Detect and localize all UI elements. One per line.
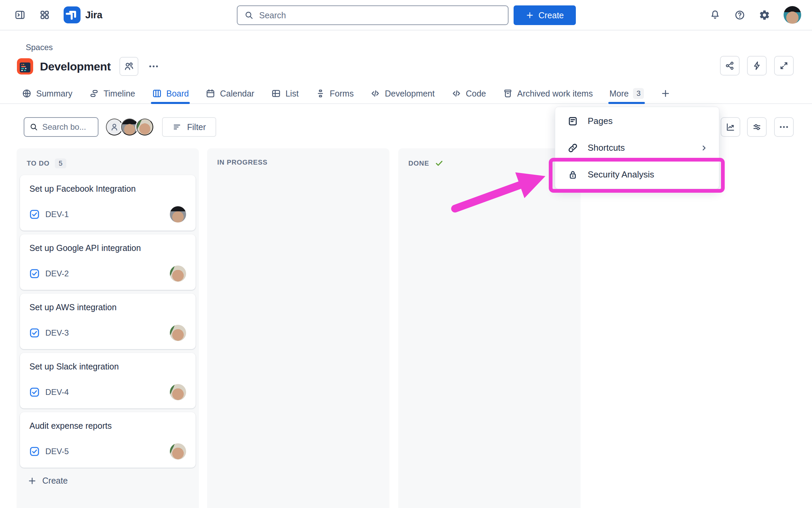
fullscreen-button[interactable]	[774, 56, 794, 76]
tab-timeline[interactable]: Timeline	[89, 84, 135, 103]
calendar-icon	[205, 88, 216, 99]
card-dev-3[interactable]: Set up AWS integration DEV-3	[20, 294, 196, 349]
tab-list[interactable]: List	[271, 84, 299, 103]
create-button[interactable]: Create	[514, 5, 576, 25]
person-icon	[109, 122, 119, 132]
task-checkbox-icon	[29, 269, 40, 279]
project-logo	[17, 58, 33, 75]
insights-icon	[725, 122, 736, 132]
jira-logo	[64, 6, 81, 23]
add-tab-button[interactable]	[660, 84, 671, 103]
task-checkbox-icon	[29, 328, 40, 338]
settings-button[interactable]	[759, 9, 770, 21]
board-more-button[interactable]	[774, 117, 794, 137]
jira-home-link[interactable]: Jira	[64, 6, 102, 23]
tab-development[interactable]: Development	[370, 84, 434, 103]
forms-icon	[315, 88, 325, 99]
card-dev-1[interactable]: Set up Facebook Integration DEV-1	[20, 175, 196, 231]
assignee-avatar[interactable]	[170, 384, 186, 400]
tab-more[interactable]: More 3	[609, 84, 644, 103]
menu-item-shortcuts[interactable]: Shortcuts	[555, 134, 719, 161]
sidebar-toggle-button[interactable]	[14, 9, 26, 21]
plus-icon	[660, 88, 671, 99]
board-toolbar: Search bo... Filter	[24, 117, 216, 137]
ellipsis-icon	[779, 122, 789, 132]
notifications-button[interactable]	[709, 9, 721, 21]
card-key: DEV-1	[45, 210, 69, 219]
column-header: DONE	[398, 148, 581, 175]
expand-icon	[779, 61, 789, 71]
column-count-badge: 5	[55, 158, 66, 168]
assignee-avatar[interactable]	[170, 266, 186, 282]
tab-archived-work-items[interactable]: Archived work items	[503, 84, 593, 103]
plus-icon	[27, 476, 37, 486]
card-key: DEV-3	[45, 328, 69, 338]
table-icon	[271, 88, 281, 99]
tab-code[interactable]: Code	[451, 84, 486, 103]
link-icon	[567, 143, 578, 153]
assignee-avatar[interactable]	[170, 325, 186, 341]
filter-icon	[172, 122, 182, 132]
insights-button[interactable]	[721, 117, 740, 137]
board-search[interactable]: Search bo...	[24, 117, 98, 137]
project-more-button[interactable]	[148, 61, 159, 72]
tab-forms[interactable]: Forms	[315, 84, 354, 103]
column-header: IN PROGRESS	[207, 148, 389, 173]
card-dev-2[interactable]: Set up Google API integration DEV-2	[20, 234, 196, 290]
automation-button[interactable]	[747, 56, 767, 76]
timeline-icon	[89, 88, 99, 99]
task-checkbox-icon	[29, 209, 40, 219]
tab-board[interactable]: Board	[152, 84, 189, 103]
plus-icon	[525, 11, 534, 20]
tab-summary[interactable]: Summary	[22, 84, 72, 103]
assignee-avatar[interactable]	[170, 206, 186, 223]
app-switcher-icon	[39, 9, 50, 20]
app-switcher-button[interactable]	[39, 9, 50, 20]
ellipsis-icon	[148, 61, 159, 72]
user-avatar[interactable]	[784, 6, 801, 24]
more-dropdown-menu: Pages Shortcuts Security Analysis	[555, 107, 719, 189]
share-button[interactable]	[720, 56, 740, 76]
code-icon	[451, 88, 461, 99]
column-name: TO DO	[27, 160, 49, 167]
board-icon	[152, 88, 162, 99]
column-name: IN PROGRESS	[217, 158, 268, 166]
card-dev-4[interactable]: Set up Slack integration DEV-4	[20, 353, 196, 408]
page-title: Development	[40, 60, 111, 73]
member-avatar-2[interactable]	[136, 119, 153, 135]
bell-icon	[709, 9, 721, 21]
task-checkbox-icon	[29, 446, 40, 457]
search-input[interactable]	[259, 10, 501, 20]
search-icon	[244, 10, 254, 20]
global-search[interactable]	[237, 5, 509, 25]
done-check-icon	[434, 158, 444, 168]
menu-item-security-analysis[interactable]: Security Analysis	[555, 161, 719, 188]
column-todo: TO DO 5 Set up Facebook Integration DEV-…	[17, 148, 199, 508]
card-key: DEV-4	[45, 387, 69, 397]
breadcrumb[interactable]: Spaces	[26, 43, 53, 52]
share-icon	[725, 61, 735, 71]
help-button[interactable]	[734, 9, 745, 21]
lightning-icon	[752, 61, 762, 71]
view-settings-button[interactable]	[747, 117, 767, 137]
chevron-right-icon	[699, 143, 709, 153]
pages-icon	[567, 116, 578, 127]
column-header: TO DO 5	[17, 148, 199, 175]
gear-icon	[759, 9, 770, 21]
globe-icon	[22, 88, 32, 99]
task-checkbox-icon	[29, 387, 40, 397]
tab-calendar[interactable]: Calendar	[205, 84, 254, 103]
people-icon	[123, 61, 134, 72]
help-icon	[734, 9, 745, 21]
filter-button[interactable]: Filter	[162, 117, 216, 137]
unassigned-avatar[interactable]	[106, 119, 123, 135]
card-dev-5[interactable]: Audit expense reports DEV-5	[20, 412, 196, 468]
board-search-placeholder: Search bo...	[42, 122, 86, 132]
column-in-progress: IN PROGRESS	[207, 148, 389, 508]
assignee-avatar[interactable]	[170, 443, 186, 460]
members-button[interactable]	[119, 57, 138, 76]
member-avatar-1[interactable]	[121, 119, 138, 135]
column-create-button[interactable]: Create	[20, 476, 196, 486]
view-settings-icon	[752, 122, 762, 132]
menu-item-pages[interactable]: Pages	[555, 108, 719, 134]
